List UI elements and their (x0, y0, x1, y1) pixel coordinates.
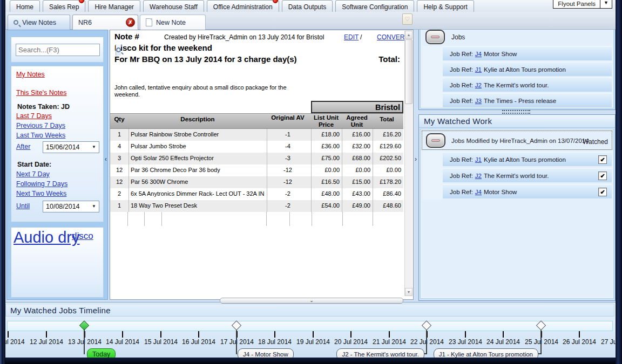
chevron-down-icon[interactable]: ▼ (600, 0, 612, 8)
link-last-two-weeks[interactable]: Last Two Weeks (16, 132, 65, 139)
watched-column-label: Watched (583, 138, 608, 146)
job-pill-j2[interactable]: J2 - The Kermit's world tour. (336, 348, 424, 358)
cell-total: £129.60 (373, 143, 401, 149)
cell-orig: -1 (267, 131, 309, 138)
job-ref-prefix: Job Ref: (450, 156, 473, 163)
link-previous-7-days[interactable]: Previous 7 Days (16, 122, 65, 129)
link-next-7-day[interactable]: Next 7 Day (16, 170, 50, 178)
tab-view-notes[interactable]: View Notes (8, 15, 70, 30)
collapse-rightpanel-arrow[interactable]: › (415, 153, 419, 165)
link-until[interactable]: Until (16, 202, 30, 210)
my-watched-work-panel: My Watched Work Jobs Modified by HireTra… (418, 114, 616, 301)
collapse-sidebar-arrow[interactable]: ‹ (105, 153, 109, 165)
scroll-up-icon[interactable]: ▲ (405, 31, 413, 39)
job-pill-j1[interactable]: J1 - Kylie at Alton Tours promotion (434, 348, 538, 358)
scroll-down-icon[interactable]: ▼ (405, 288, 413, 296)
vertical-scrollbar[interactable]: ▲ ▼ (404, 31, 413, 296)
scrollbar-thumb[interactable] (405, 39, 413, 104)
job-ref-link[interactable]: J4 (475, 189, 482, 195)
job-row[interactable]: Job Ref:J3The Times - Press release (443, 93, 612, 107)
tag-audio-dry[interactable]: Audio dry (13, 229, 80, 246)
menu-item-hire-manager[interactable]: Hire Manager (88, 0, 140, 12)
timeline-date: 13 Jul 2014 (68, 338, 102, 346)
menu-item-data-outputs[interactable]: Data Outputs (282, 0, 333, 12)
link-after[interactable]: After (16, 143, 30, 150)
after-date-combo[interactable]: 15/06/2014 ▼ (43, 141, 99, 153)
after-date-value: 15/06/2014 (46, 143, 80, 151)
chevron-down-icon[interactable]: ▼ (89, 201, 99, 212)
job-ref-link[interactable]: J1 (475, 156, 482, 163)
note-detail-panel: Note # Created by HireTrack_Admin on 13 … (110, 30, 414, 300)
job-ref-link[interactable]: J2 (475, 82, 482, 88)
job-ref-link[interactable]: J4 (475, 51, 482, 57)
table-row[interactable]: 12Par 56 300W Chrome-12£16.50£15.00£178.… (110, 176, 403, 188)
search-button[interactable] (116, 44, 121, 56)
close-icon[interactable]: ✗ (126, 18, 135, 27)
edit-separator: / (360, 33, 362, 41)
job-row[interactable]: Job Ref:J4Motor Show (443, 46, 612, 60)
watched-checkbox[interactable]: ✔ (598, 155, 607, 164)
menu-item-warehouse-staff[interactable]: Warehouse Staff (143, 0, 204, 12)
job-ref-link[interactable]: J3 (475, 98, 482, 104)
tab-overflow-button[interactable]: ♡ (402, 13, 413, 25)
table-row[interactable]: 1Pulsar Rainbow Strobe Controller-1£18.0… (110, 129, 403, 141)
watched-checkbox[interactable]: ✔ (598, 171, 607, 180)
timeline-splitter-grip[interactable]: ⌄ (220, 298, 403, 304)
edit-link[interactable]: EDIT (344, 33, 359, 41)
cell-orig: -2 (267, 190, 309, 197)
table-row[interactable]: 12Par 36 Chrome Deco Par 36 body-12£0.00… (110, 164, 403, 176)
cell-list: £75.00 (311, 155, 340, 161)
cell-orig: -2 (267, 202, 309, 209)
job-name: The Kermit's world tour. (484, 82, 549, 88)
watched-job-row[interactable]: Job Ref:J2The Kermit's world tour. ✔ (443, 168, 612, 182)
timeline-title: My Watched Jobs Timeline (5, 304, 614, 317)
col-header-description: Description (129, 116, 267, 123)
table-row[interactable]: 3Opti Solar 250 Effects Projector-3£75.0… (110, 153, 403, 164)
job-ref-link[interactable]: J2 (475, 173, 482, 179)
collapse-group-button[interactable] (425, 30, 445, 44)
search-input[interactable] (16, 44, 116, 56)
job-row[interactable]: Job Ref:J2The Kermit's world tour. (443, 77, 612, 92)
job-ref-prefix: Job Ref: (450, 189, 473, 195)
link-following-7-days[interactable]: Following 7 Days (16, 180, 67, 188)
tab-nr6[interactable]: NR6 ✗ (72, 15, 138, 30)
table-row[interactable]: 26x 5A Anytronics Dimmer Rack- Lect OUT … (110, 188, 403, 200)
link-this-sites-notes[interactable]: This Site's Notes (16, 89, 66, 97)
watched-job-row[interactable]: Job Ref:J1Kylie at Alton Tours promotion… (443, 152, 612, 166)
cell-list: £36.00 (311, 143, 340, 149)
col-header-agreed-unit: Agreed Unit (343, 114, 370, 128)
job-pill-j4[interactable]: J4 - Motor Show (238, 348, 294, 358)
link-next-two-weeks[interactable]: Next Two Weeks (16, 190, 66, 197)
job-ref-prefix: Job Ref: (450, 82, 473, 88)
timeline-date: 22 Jul 2014 (410, 338, 444, 346)
convert-link[interactable]: CONVERT (377, 33, 408, 41)
job-ref-link[interactable]: J1 (475, 66, 482, 73)
job-row[interactable]: Job Ref:J1Kylie at Alton Tours promotion (443, 61, 612, 76)
watched-job-row[interactable]: Job Ref:J4Motor Show ✔ (443, 184, 612, 198)
collapse-group-button[interactable] (426, 133, 445, 148)
menu-item-software-configuration[interactable]: Software Configuration (335, 0, 414, 12)
cell-desc: Pulsar Rainbow Strobe Controller (131, 131, 265, 138)
table-row[interactable]: 118 Way Two Preset Desk-2£54.00£49.00£48… (110, 200, 403, 212)
link-last-7-days[interactable]: Last 7 Days (16, 112, 52, 120)
until-date-combo[interactable]: 10/08/2014 ▼ (43, 201, 99, 212)
tab-new-note[interactable]: New Note (140, 15, 206, 30)
today-pill[interactable]: Today (87, 348, 116, 358)
job-ref-prefix: Job Ref: (450, 173, 473, 179)
menu-item-office-administration[interactable]: Office Administration (207, 0, 279, 12)
timeline-band[interactable] (7, 321, 613, 331)
table-row[interactable]: 4Pulsar Jumbo Strobe-4£36.00£32.00£129.6… (110, 141, 403, 153)
watched-group-row[interactable]: Jobs Modified by HireTrack_Admin on 13/0… (422, 131, 612, 150)
menu-item-sales-rep[interactable]: Sales Rep (43, 0, 85, 12)
timeline-date: 11 Jul 2014 (5, 338, 25, 346)
watched-checkbox[interactable]: ✔ (598, 188, 607, 196)
menu-item-help-support[interactable]: Help & Support (417, 0, 474, 12)
tag-disco[interactable]: disco (72, 231, 93, 241)
panel-resize-grip[interactable] (502, 110, 530, 114)
note-title: Disco kit for the weekend (114, 43, 212, 52)
menu-item-label: Software Configuration (342, 3, 408, 11)
flyout-panels-button[interactable]: Flyout Panels ▼ (553, 0, 612, 9)
menu-item-home[interactable]: Home (10, 0, 40, 12)
link-my-notes[interactable]: My Notes (16, 71, 45, 78)
chevron-down-icon[interactable]: ▼ (89, 142, 99, 153)
